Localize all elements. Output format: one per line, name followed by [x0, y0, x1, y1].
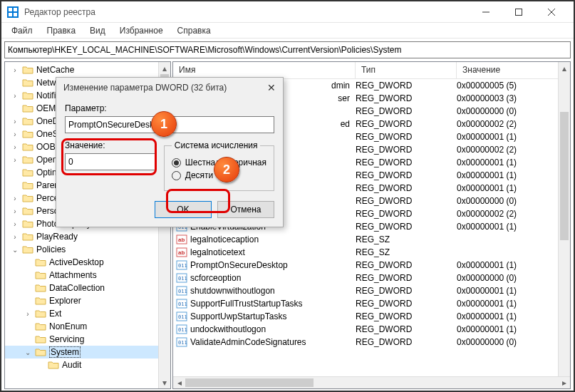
- column-value[interactable]: Значение: [457, 62, 570, 78]
- row-type: REG_DWORD: [356, 81, 457, 91]
- maximize-button[interactable]: [502, 1, 535, 23]
- tree-node-activedesktop[interactable]: ActiveDesktop: [5, 256, 170, 269]
- scroll-up-icon[interactable]: ▴: [159, 62, 170, 74]
- list-hscrollbar[interactable]: ◂ ▸: [173, 376, 570, 388]
- address-bar[interactable]: Компьютер\HKEY_LOCAL_MACHINE\SOFTWARE\Mi…: [4, 41, 571, 58]
- menu-help[interactable]: Справка: [172, 24, 217, 37]
- menu-favorites[interactable]: Избранное: [114, 24, 169, 37]
- hscroll-thumb[interactable]: [185, 378, 314, 387]
- reg-dword-icon: 011: [176, 324, 187, 334]
- menu-file[interactable]: Файл: [6, 24, 38, 37]
- row-name: ser: [338, 93, 350, 103]
- svg-text:011: 011: [178, 314, 187, 320]
- row-value: 0x00000000 (0): [457, 337, 570, 347]
- expander-icon[interactable]: ›: [11, 220, 19, 228]
- expander-icon[interactable]: ›: [11, 143, 19, 151]
- row-type: REG_DWORD: [356, 209, 457, 219]
- menu-view[interactable]: Вид: [84, 24, 111, 37]
- tree-label: Open: [36, 155, 57, 165]
- tree-node-nonenum[interactable]: NonEnum: [5, 320, 170, 333]
- registry-row[interactable]: ablegalnoticecaptionREG_SZ: [173, 233, 570, 246]
- tree-label: PlayReady: [36, 232, 78, 242]
- list-scrollbar[interactable]: ▴ ▾: [558, 62, 570, 388]
- tree-label: NonEnum: [49, 321, 87, 331]
- expander-icon[interactable]: ›: [11, 207, 19, 215]
- row-value: 0x00000001 (1): [457, 311, 570, 321]
- row-name: PromptOnSecureDesktop: [190, 260, 288, 270]
- row-type: REG_SZ: [356, 234, 457, 244]
- dialog-titlebar[interactable]: Изменение параметра DWORD (32 бита) ✕: [56, 78, 283, 98]
- value-input[interactable]: [65, 153, 155, 170]
- tree-label: Notifi: [36, 91, 56, 100]
- tree-node-ext[interactable]: ›Ext: [5, 307, 170, 320]
- row-name: ValidateAdminCodeSignatures: [190, 337, 306, 347]
- dialog-close-icon[interactable]: ✕: [267, 82, 276, 93]
- registry-row[interactable]: 011scforceoptionREG_DWORD0x00000000 (0): [173, 272, 570, 284]
- svg-rect-5: [516, 9, 522, 15]
- row-name: dmin: [331, 81, 350, 91]
- svg-text:011: 011: [178, 289, 187, 294]
- row-value: 0x00000003 (3): [457, 93, 570, 103]
- tree-node-explorer[interactable]: Explorer: [5, 294, 170, 307]
- registry-row[interactable]: 011SupportUwpStartupTasksREG_DWORD0x0000…: [173, 310, 570, 323]
- row-value: 0x00000002 (2): [457, 119, 570, 129]
- scroll-down-icon[interactable]: ▾: [159, 376, 170, 388]
- expander-icon[interactable]: ›: [11, 118, 19, 125]
- svg-rect-2: [9, 13, 12, 16]
- registry-row[interactable]: ablegalnoticetextREG_SZ: [173, 246, 570, 259]
- expander-icon[interactable]: ›: [11, 233, 19, 241]
- row-type: REG_DWORD: [356, 170, 457, 180]
- cancel-button[interactable]: Отмена: [217, 201, 274, 218]
- scroll-up-icon[interactable]: ▴: [559, 62, 570, 74]
- folder-icon: [35, 347, 46, 357]
- scroll-right-icon[interactable]: ▸: [558, 378, 570, 388]
- minimize-button[interactable]: [470, 1, 502, 23]
- expander-icon[interactable]: ›: [11, 66, 19, 74]
- row-name: SupportFullTrustStartupTasks: [190, 299, 303, 309]
- row-type: REG_DWORD: [356, 106, 457, 116]
- row-type: REG_DWORD: [356, 311, 457, 321]
- expander-icon[interactable]: ›: [11, 92, 19, 100]
- expander-icon[interactable]: ⌄: [24, 349, 32, 356]
- reg-sz-icon: ab: [176, 247, 187, 257]
- tree-node-system[interactable]: ⌄System: [5, 346, 170, 359]
- tree-node-attachments[interactable]: Attachments: [5, 269, 170, 282]
- close-button[interactable]: [535, 1, 568, 23]
- row-type: REG_DWORD: [356, 196, 457, 206]
- ok-button[interactable]: OK: [155, 201, 212, 218]
- expander-icon[interactable]: ›: [11, 195, 19, 202]
- dialog-title: Изменение параметра DWORD (32 бита): [63, 83, 227, 93]
- registry-row[interactable]: 011ValidateAdminCodeSignaturesREG_DWORD0…: [173, 336, 570, 349]
- row-type: REG_DWORD: [356, 337, 457, 347]
- tree-node-playready[interactable]: ›PlayReady: [5, 230, 170, 243]
- radio-hex[interactable]: [172, 158, 181, 167]
- row-value: 0x00000000 (0): [457, 196, 570, 206]
- column-name[interactable]: Имя: [173, 62, 356, 78]
- registry-row[interactable]: 011PromptOnSecureDesktopREG_DWORD0x00000…: [173, 259, 570, 272]
- folder-icon: [22, 167, 33, 177]
- row-type: REG_DWORD: [356, 119, 457, 129]
- expander-icon[interactable]: ›: [11, 130, 19, 138]
- tree-node-netcache[interactable]: ›NetCache: [5, 63, 170, 76]
- tree-node-policies[interactable]: ⌄Policies: [5, 243, 170, 256]
- registry-row[interactable]: 011undockwithoutlogonREG_DWORD0x00000001…: [173, 323, 570, 336]
- expander-icon[interactable]: ⌄: [11, 246, 19, 254]
- folder-icon: [22, 244, 33, 254]
- radio-dec[interactable]: [172, 171, 181, 180]
- menu-edit[interactable]: Правка: [41, 24, 82, 37]
- column-type[interactable]: Тип: [356, 62, 457, 78]
- tree-node-audit[interactable]: Audit: [5, 359, 170, 371]
- scroll-thumb[interactable]: [560, 112, 569, 240]
- svg-text:011: 011: [178, 263, 187, 269]
- registry-row[interactable]: 011SupportFullTrustStartupTasksREG_DWORD…: [173, 297, 570, 310]
- registry-row[interactable]: 011shutdownwithoutlogonREG_DWORD0x000000…: [173, 284, 570, 297]
- reg-dword-icon: 011: [176, 299, 187, 309]
- tree-node-servicing[interactable]: Servicing: [5, 333, 170, 346]
- svg-text:011: 011: [178, 327, 187, 333]
- svg-rect-1: [14, 8, 17, 11]
- expander-icon[interactable]: ›: [24, 310, 32, 318]
- scroll-left-icon[interactable]: ◂: [173, 378, 185, 388]
- tree-node-datacollection[interactable]: DataCollection: [5, 282, 170, 294]
- radio-dec-label: Десяти: [185, 170, 214, 180]
- expander-icon[interactable]: ›: [11, 156, 19, 164]
